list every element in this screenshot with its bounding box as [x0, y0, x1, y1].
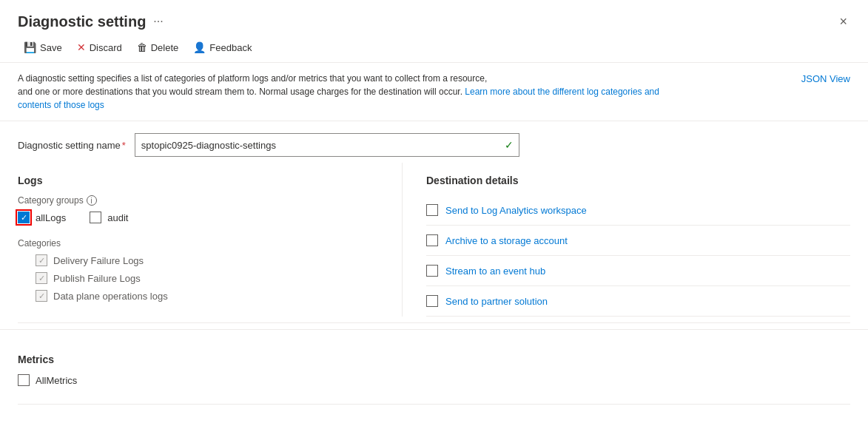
metrics-title: Metrics: [18, 354, 850, 365]
audit-label[interactable]: audit: [107, 212, 128, 223]
allLogs-checkbox[interactable]: [18, 212, 30, 223]
main-content: Logs Category groups i allLogs audit Cat…: [0, 163, 868, 317]
log-analytics-label[interactable]: Send to Log Analytics workspace: [445, 205, 587, 216]
learn-more-link[interactable]: Learn more about the different log categ…: [18, 87, 659, 110]
setting-name-label: Diagnostic setting name*: [18, 140, 126, 151]
audit-checkbox[interactable]: [90, 212, 101, 223]
form-section: Diagnostic setting name* ✓: [0, 121, 868, 163]
publish-failure-label: Publish Failure Logs: [53, 273, 141, 284]
delivery-failure-checkbox[interactable]: [36, 254, 47, 266]
input-valid-icon: ✓: [505, 139, 514, 151]
save-label: Save: [40, 42, 62, 53]
destination-panel: Destination details Send to Log Analytic…: [403, 163, 850, 317]
discard-icon: ✕: [77, 41, 86, 53]
allLogs-label[interactable]: allLogs: [36, 212, 66, 223]
info-text-line1: A diagnostic setting specifies a list of…: [18, 73, 487, 84]
json-view-link[interactable]: JSON View: [801, 72, 850, 87]
discard-button[interactable]: ✕ Discard: [71, 38, 128, 56]
allMetrics-label[interactable]: AllMetrics: [36, 375, 77, 386]
data-plane-checkbox[interactable]: [36, 290, 47, 302]
save-button[interactable]: 💾 Save: [18, 38, 68, 56]
destination-partner: Send to partner solution: [426, 286, 850, 317]
destination-section-title: Destination details: [426, 175, 850, 186]
audit-row: audit: [90, 212, 128, 223]
categories-section: Categories Delivery Failure Logs Publish…: [18, 238, 384, 302]
metrics-section: Metrics AllMetrics: [0, 329, 868, 404]
panel-header: Diagnostic setting ··· ×: [0, 0, 868, 31]
info-circle-icon[interactable]: i: [87, 195, 97, 206]
partner-checkbox[interactable]: [426, 295, 438, 307]
category-groups-label: Category groups i: [18, 195, 384, 206]
delete-icon: 🗑: [137, 41, 147, 53]
info-text-line2: and one or more destinations that you wo…: [18, 87, 659, 110]
discard-label: Discard: [90, 42, 122, 53]
close-button[interactable]: ×: [836, 12, 850, 31]
setting-name-input-wrapper: ✓: [135, 133, 519, 157]
ellipsis-icon[interactable]: ···: [153, 15, 163, 28]
bottom-divider: [18, 404, 850, 405]
save-icon: 💾: [24, 41, 36, 53]
diagnostic-setting-panel: Diagnostic setting ··· × 💾 Save ✕ Discar…: [0, 0, 868, 426]
publish-failure-checkbox[interactable]: [36, 272, 47, 284]
categories-label: Categories: [18, 238, 384, 248]
storage-label[interactable]: Archive to a storage account: [445, 235, 568, 246]
logs-section-title: Logs: [18, 175, 384, 186]
panel-title: Diagnostic setting: [18, 13, 146, 30]
category-groups-row: allLogs audit: [18, 212, 384, 229]
delete-button[interactable]: 🗑 Delete: [131, 38, 185, 56]
setting-name-input[interactable]: [135, 133, 519, 157]
title-row: Diagnostic setting ···: [18, 13, 164, 30]
info-text: A diagnostic setting specifies a list of…: [18, 72, 684, 112]
allMetrics-checkbox[interactable]: [18, 374, 30, 386]
feedback-icon: 👤: [193, 41, 206, 53]
storage-checkbox[interactable]: [426, 234, 438, 246]
feedback-label: Feedback: [209, 42, 252, 53]
destination-log-analytics: Send to Log Analytics workspace: [426, 195, 850, 226]
metrics-divider-area: [0, 322, 868, 323]
category-data-plane: Data plane operations logs: [18, 290, 384, 302]
info-bar: A diagnostic setting specifies a list of…: [0, 63, 868, 121]
log-analytics-checkbox[interactable]: [426, 204, 438, 216]
category-delivery-failure: Delivery Failure Logs: [18, 254, 384, 266]
delivery-failure-label: Delivery Failure Logs: [53, 255, 144, 266]
destination-storage: Archive to a storage account: [426, 226, 850, 256]
allLogs-row: allLogs: [18, 212, 66, 223]
event-hub-label[interactable]: Stream to an event hub: [445, 266, 545, 277]
category-publish-failure: Publish Failure Logs: [18, 272, 384, 284]
partner-label[interactable]: Send to partner solution: [445, 296, 548, 307]
allMetrics-row: AllMetrics: [18, 374, 850, 386]
data-plane-label: Data plane operations logs: [53, 291, 168, 302]
delete-label: Delete: [151, 42, 179, 53]
destination-event-hub: Stream to an event hub: [426, 256, 850, 286]
logs-panel: Logs Category groups i allLogs audit Cat…: [18, 163, 403, 317]
toolbar: 💾 Save ✕ Discard 🗑 Delete 👤 Feedback: [0, 31, 868, 63]
feedback-button[interactable]: 👤 Feedback: [187, 38, 258, 56]
event-hub-checkbox[interactable]: [426, 265, 438, 277]
